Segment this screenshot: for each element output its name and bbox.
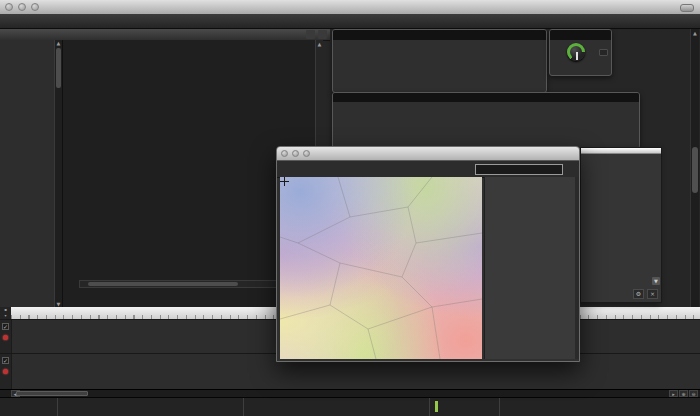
metasurface-window[interactable]	[276, 146, 580, 362]
snapshot-list-scrollbar[interactable]	[575, 177, 579, 359]
sidebar-header[interactable]	[581, 148, 661, 154]
timeline-hscrollbar[interactable]: ◀ ▸ ⊕ ⊖	[0, 389, 700, 397]
automation-sidebar: ▼ ⚙ ×	[580, 147, 662, 303]
status-bar	[0, 397, 700, 416]
contraption-tree	[0, 40, 54, 307]
cpu-load-status	[0, 398, 58, 416]
interpolation-cells	[280, 177, 482, 359]
canvas-scroll-thumb[interactable]	[88, 282, 238, 286]
scroll-up-icon[interactable]: ▲	[691, 30, 699, 36]
snapshot-search-input[interactable]	[475, 164, 563, 175]
audiomulch-window: ▲ ▼ ▲ ▼	[0, 0, 700, 416]
zoom-button[interactable]	[303, 150, 310, 157]
scroll-up-icon[interactable]: ▲	[316, 41, 323, 47]
metasurface-surface[interactable]	[280, 177, 482, 359]
gain-knob[interactable]	[567, 43, 585, 61]
sidebar-scroll-down-icon[interactable]: ▼	[652, 277, 660, 285]
gain-panel	[549, 29, 612, 76]
window-titlebar[interactable]	[0, 0, 700, 15]
close-button[interactable]	[5, 3, 13, 11]
close-button[interactable]	[281, 150, 288, 157]
minimize-button[interactable]	[18, 3, 26, 11]
snapshot-list	[484, 177, 579, 359]
play-cursor-icon[interactable]: ▸	[669, 390, 678, 397]
mixer-panel	[332, 29, 547, 93]
gain-mute-button[interactable]	[599, 49, 608, 56]
toolbar-toggle[interactable]	[680, 4, 694, 12]
mixer-panel-header[interactable]	[333, 30, 546, 40]
patcher-options-icon[interactable]	[306, 30, 315, 39]
gain-panel-header[interactable]	[550, 30, 611, 40]
tree-scrollbar[interactable]: ▲ ▼	[54, 40, 62, 307]
lane-y-enable-checkbox[interactable]: ✓	[2, 357, 9, 364]
documents-scroll-thumb[interactable]	[692, 147, 698, 193]
lane-x-enable-checkbox[interactable]: ✓	[2, 323, 9, 330]
status-spacer	[500, 398, 700, 416]
sidebar-settings-icon[interactable]: ⚙	[633, 289, 644, 299]
status-spacer	[244, 398, 430, 416]
sidebar-close-icon[interactable]: ×	[647, 289, 658, 299]
timeline-scroll-thumb[interactable]	[16, 391, 88, 396]
surface-cursor-icon[interactable]	[280, 177, 289, 186]
metasurface-toolbar	[277, 161, 579, 178]
effect-panel	[332, 92, 640, 149]
lane-x-record-icon[interactable]	[3, 335, 8, 340]
zoom-out-icon[interactable]: ⊖	[689, 390, 698, 397]
effect-panel-header[interactable]	[333, 93, 639, 102]
patcher-close-icon[interactable]	[318, 30, 327, 39]
main-toolbar	[0, 14, 700, 29]
zoom-button[interactable]	[31, 3, 39, 11]
minimize-button[interactable]	[292, 150, 299, 157]
scroll-up-icon[interactable]: ▲	[55, 40, 62, 46]
level-meter	[435, 401, 438, 412]
sort-icon[interactable]	[565, 163, 577, 175]
lane-x-gutter: ✓	[0, 320, 12, 353]
metasurface-titlebar[interactable]	[277, 147, 579, 161]
lane-y-record-icon[interactable]	[3, 369, 8, 374]
level-meter-cell	[430, 398, 500, 416]
zoom-in-icon[interactable]: ⊕	[679, 390, 688, 397]
lane-y-gutter: ✓	[0, 354, 12, 389]
samples-status	[58, 398, 244, 416]
ruler-gutter: ▪▾	[0, 307, 11, 319]
tree-scroll-thumb[interactable]	[56, 48, 61, 88]
